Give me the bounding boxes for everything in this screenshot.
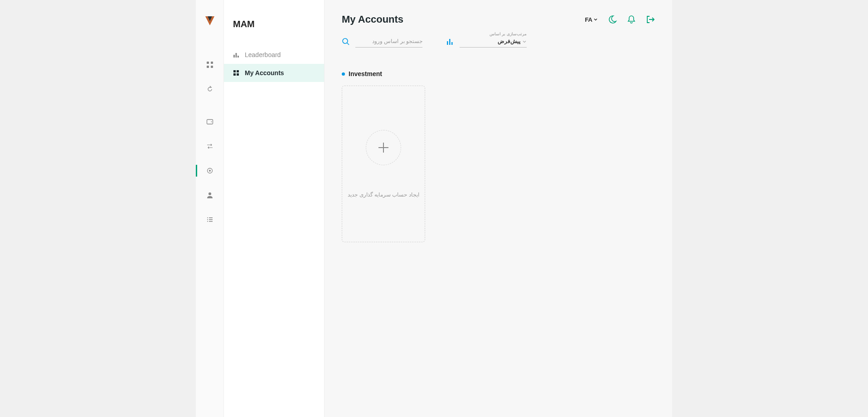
svg-rect-10 bbox=[209, 217, 213, 218]
svg-line-23 bbox=[347, 43, 349, 45]
svg-rect-25 bbox=[449, 39, 451, 45]
rail-item-cycle[interactable] bbox=[196, 77, 224, 101]
list-icon bbox=[206, 216, 213, 223]
brand-logo bbox=[204, 15, 215, 26]
svg-point-8 bbox=[209, 192, 211, 195]
sidebar-item-label: My Accounts bbox=[245, 69, 284, 77]
moon-icon[interactable] bbox=[608, 15, 617, 24]
chevron-down-icon bbox=[593, 17, 598, 22]
svg-rect-16 bbox=[236, 53, 237, 58]
add-investment-card[interactable]: ایجاد حساب سرمایه گذاری جدید bbox=[342, 86, 425, 242]
sort-label: مرتب‌سازی بر اساس bbox=[490, 32, 527, 36]
topbar: My Accounts FA bbox=[342, 14, 655, 25]
svg-rect-19 bbox=[237, 70, 239, 72]
svg-rect-2 bbox=[207, 66, 209, 68]
search-icon bbox=[342, 38, 350, 46]
rail-item-wallet[interactable] bbox=[196, 110, 224, 134]
svg-rect-26 bbox=[451, 42, 453, 45]
sidebar-item-label: Leaderboard bbox=[245, 51, 281, 58]
leaderboard-icon bbox=[233, 52, 239, 58]
search-input[interactable] bbox=[355, 36, 422, 48]
grid-icon bbox=[206, 61, 213, 68]
svg-point-5 bbox=[211, 121, 212, 122]
svg-rect-12 bbox=[209, 219, 213, 220]
svg-rect-14 bbox=[209, 221, 213, 222]
plus-icon bbox=[377, 141, 390, 154]
side-panel-title: MAM bbox=[224, 15, 324, 46]
rail-item-list[interactable] bbox=[196, 207, 224, 232]
transfer-icon bbox=[206, 143, 213, 150]
rail-item-transfer[interactable] bbox=[196, 134, 224, 158]
svg-point-22 bbox=[343, 38, 348, 43]
svg-rect-17 bbox=[238, 56, 239, 58]
top-actions: FA bbox=[585, 15, 655, 24]
sidebar-item-my-accounts[interactable]: My Accounts bbox=[224, 64, 324, 82]
person-icon bbox=[206, 192, 213, 199]
language-label: FA bbox=[585, 16, 592, 23]
add-card-label: ایجاد حساب سرمایه گذاری جدید bbox=[348, 192, 419, 198]
plus-circle bbox=[366, 130, 401, 165]
svg-rect-0 bbox=[207, 62, 209, 64]
rail-item-profile[interactable] bbox=[196, 183, 224, 207]
svg-rect-21 bbox=[237, 73, 239, 76]
svg-rect-15 bbox=[233, 55, 235, 58]
wallet-icon bbox=[206, 118, 213, 125]
svg-rect-18 bbox=[233, 70, 236, 72]
svg-rect-3 bbox=[211, 66, 213, 68]
main-content: My Accounts FA مرتب‌سا bbox=[325, 0, 672, 417]
filters-row: مرتب‌سازی بر اساس پیش‌فرض bbox=[342, 36, 655, 48]
sort-block: مرتب‌سازی بر اساس پیش‌فرض bbox=[446, 36, 527, 48]
svg-point-13 bbox=[207, 221, 208, 222]
search-block bbox=[342, 36, 422, 48]
section-dot bbox=[342, 72, 345, 76]
cycle-icon bbox=[206, 86, 213, 93]
card-grid: ایجاد حساب سرمایه گذاری جدید bbox=[342, 86, 655, 242]
sidebar-item-leaderboard[interactable]: Leaderboard bbox=[224, 46, 324, 64]
svg-point-9 bbox=[207, 217, 208, 218]
svg-point-7 bbox=[209, 170, 211, 172]
grid-small-icon bbox=[233, 70, 239, 76]
gear-badge-icon bbox=[206, 167, 213, 174]
svg-rect-24 bbox=[447, 41, 448, 45]
logout-icon[interactable] bbox=[646, 15, 655, 24]
side-panel: MAM Leaderboard My Accounts bbox=[224, 0, 325, 417]
section-title: Investment bbox=[349, 70, 382, 77]
page-title: My Accounts bbox=[342, 14, 403, 25]
rail-item-dashboard[interactable] bbox=[196, 53, 224, 77]
svg-rect-4 bbox=[207, 120, 213, 124]
bell-icon[interactable] bbox=[627, 15, 636, 24]
svg-rect-20 bbox=[233, 73, 236, 76]
section-header-investment: Investment bbox=[342, 70, 655, 77]
bars-icon bbox=[446, 38, 454, 46]
svg-point-11 bbox=[207, 219, 208, 220]
rail-item-mam[interactable] bbox=[196, 158, 224, 183]
svg-rect-1 bbox=[211, 62, 213, 64]
language-switcher[interactable]: FA bbox=[585, 16, 598, 23]
icon-rail bbox=[196, 0, 224, 417]
sort-select[interactable]: پیش‌فرض bbox=[460, 36, 527, 48]
